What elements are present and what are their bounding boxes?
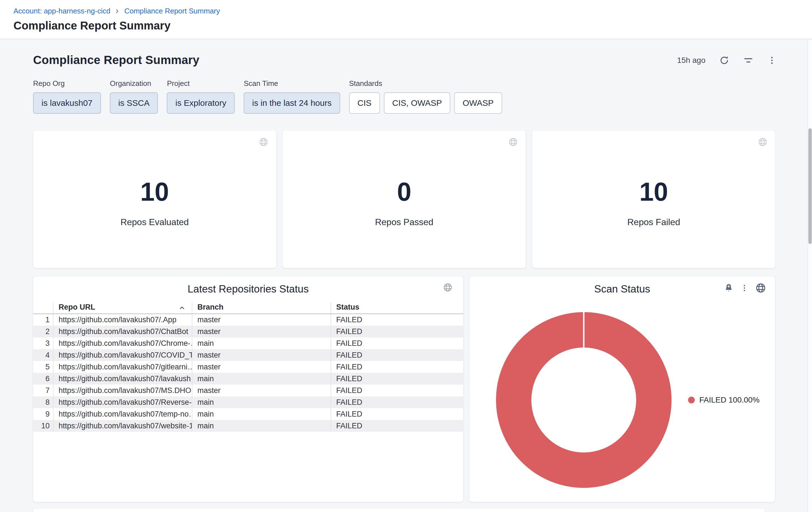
column-header-status[interactable]: Status bbox=[331, 303, 463, 314]
filter-chip-scan-time[interactable]: is in the last 24 hours bbox=[244, 92, 340, 114]
tile-label: Repos Passed bbox=[375, 217, 433, 227]
globe-icon[interactable] bbox=[259, 137, 268, 147]
next-panel-partial bbox=[33, 509, 765, 512]
tile-repos-passed: 0 Repos Passed bbox=[283, 131, 526, 268]
filter-group-standards: Standards CIS CIS, OWASP OWASP bbox=[349, 79, 502, 114]
repo-url-cell: https://github.com/lavakush07/.App bbox=[53, 314, 192, 326]
row-number: 9 bbox=[33, 408, 53, 420]
scan-status-donut[interactable] bbox=[494, 310, 673, 490]
repo-url-cell: https://github.com/lavakush07/MS.DHO… bbox=[53, 384, 192, 396]
globe-icon[interactable] bbox=[758, 137, 767, 147]
row-number: 10 bbox=[33, 420, 53, 432]
row-number: 3 bbox=[33, 338, 53, 349]
repo-url-cell: https://github.com/lavakush07/Reverse-… bbox=[53, 396, 192, 408]
bell-plus-icon[interactable] bbox=[724, 283, 733, 293]
row-number: 7 bbox=[33, 384, 53, 396]
legend-item-failed[interactable]: FAILED 100.00% bbox=[688, 396, 760, 404]
repo-url-cell: https://github.com/lavakush07/Chrome-… bbox=[53, 338, 192, 349]
scan-card-actions bbox=[724, 283, 766, 293]
branch-cell: main bbox=[192, 373, 331, 384]
table-row: 10https://github.com/lavakush07/website-… bbox=[33, 420, 463, 432]
column-header-label: Repo URL bbox=[59, 303, 95, 311]
globe-icon[interactable] bbox=[755, 283, 766, 293]
globe-icon[interactable] bbox=[443, 283, 453, 292]
branch-cell: master bbox=[192, 384, 331, 396]
branch-cell: main bbox=[192, 396, 331, 408]
filter-label: Repo Org bbox=[33, 79, 101, 88]
scan-status-card: Scan Status FAILED 100.00% bbox=[469, 276, 775, 502]
filter-chip-standards-owasp[interactable]: OWASP bbox=[454, 92, 502, 114]
table-row: 9https://github.com/lavakush07/temp-no…m… bbox=[33, 408, 463, 420]
repo-url-cell: https://github.com/lavakush07/COVID_T… bbox=[53, 349, 192, 361]
filter-chip-repo-org[interactable]: is lavakush07 bbox=[33, 92, 101, 114]
table-row: 3https://github.com/lavakush07/Chrome-…m… bbox=[33, 338, 463, 349]
table-card-title: Latest Repositories Status bbox=[33, 283, 463, 295]
vertical-scrollbar-thumb[interactable] bbox=[808, 128, 812, 244]
vertical-scrollbar-track[interactable] bbox=[808, 40, 812, 512]
branch-cell: master bbox=[192, 314, 331, 326]
filter-chip-standards-cis[interactable]: CIS bbox=[349, 92, 380, 114]
branch-cell: master bbox=[192, 349, 331, 361]
tile-repos-failed: 10 Repos Failed bbox=[532, 131, 775, 268]
app-header: Account: app-harness-ng-cicd Compliance … bbox=[0, 0, 812, 39]
breadcrumb: Account: app-harness-ng-cicd Compliance … bbox=[13, 7, 812, 16]
refresh-icon[interactable] bbox=[719, 55, 730, 66]
filter-label: Standards bbox=[349, 79, 502, 88]
branch-cell: main bbox=[192, 408, 331, 420]
table-row: 8https://github.com/lavakush07/Reverse-…… bbox=[33, 396, 463, 408]
row-number-header bbox=[33, 303, 53, 314]
filter-bar: Repo Org is lavakush07 Organization is S… bbox=[33, 79, 502, 114]
table-row: 5https://github.com/lavakush07/gitlearni… bbox=[33, 361, 463, 373]
branch-cell: main bbox=[192, 338, 331, 349]
page-title: Compliance Report Summary bbox=[13, 19, 812, 32]
status-cell: FAILED bbox=[331, 373, 463, 384]
globe-icon[interactable] bbox=[508, 137, 518, 147]
breadcrumb-account-link[interactable]: Account: app-harness-ng-cicd bbox=[13, 7, 110, 16]
status-cell: FAILED bbox=[331, 408, 463, 420]
chevron-right-icon bbox=[114, 8, 120, 14]
tile-value: 10 bbox=[639, 179, 668, 205]
column-header-label: Branch bbox=[197, 303, 224, 311]
tile-repos-evaluated: 10 Repos Evaluated bbox=[33, 131, 276, 268]
dashboard-header-actions: 15h ago bbox=[677, 55, 777, 66]
table-row: 7https://github.com/lavakush07/MS.DHO…ma… bbox=[33, 384, 463, 396]
table-row: 2https://github.com/lavakush07/ChatBotma… bbox=[33, 326, 463, 338]
filter-group-repo-org: Repo Org is lavakush07 bbox=[33, 79, 101, 114]
filter-chip-standards-cis-owasp[interactable]: CIS, OWASP bbox=[384, 92, 450, 114]
kpi-tiles: 10 Repos Evaluated 0 Repos Passed 10 Rep… bbox=[33, 131, 775, 268]
filter-lines-icon[interactable] bbox=[743, 55, 754, 66]
status-cell: FAILED bbox=[331, 420, 463, 432]
kebab-menu-icon[interactable] bbox=[740, 284, 749, 292]
sort-ascending-icon bbox=[178, 304, 185, 312]
table-row: 1https://github.com/lavakush07/.Appmaste… bbox=[33, 314, 463, 326]
breadcrumb-current-link[interactable]: Compliance Report Summary bbox=[124, 7, 220, 16]
filter-label: Project bbox=[167, 79, 235, 88]
column-header-label: Status bbox=[336, 303, 359, 311]
status-cell: FAILED bbox=[331, 396, 463, 408]
table-row: 6https://github.com/lavakush07/lavakush…… bbox=[33, 373, 463, 384]
filter-group-scan-time: Scan Time is in the last 24 hours bbox=[244, 79, 340, 114]
filter-label: Organization bbox=[110, 79, 158, 88]
repo-url-cell: https://github.com/lavakush07/temp-no… bbox=[53, 408, 192, 420]
repo-url-cell: https://github.com/lavakush07/ChatBot bbox=[53, 326, 192, 338]
filter-chip-project[interactable]: is Exploratory bbox=[167, 92, 235, 114]
status-cell: FAILED bbox=[331, 314, 463, 326]
kebab-menu-icon[interactable] bbox=[767, 56, 777, 65]
legend-label: FAILED 100.00% bbox=[699, 396, 760, 404]
row-number: 5 bbox=[33, 361, 53, 373]
row-number: 1 bbox=[33, 314, 53, 326]
status-cell: FAILED bbox=[331, 349, 463, 361]
row-number: 8 bbox=[33, 396, 53, 408]
legend-dot bbox=[688, 397, 695, 403]
branch-cell: master bbox=[192, 326, 331, 338]
repo-url-cell: https://github.com/lavakush07/lavakush… bbox=[53, 373, 192, 384]
repositories-table: Repo URL Branch Status 1https://github.c… bbox=[33, 303, 463, 432]
filter-chip-organization[interactable]: is SSCA bbox=[110, 92, 158, 114]
filter-group-project: Project is Exploratory bbox=[167, 79, 235, 114]
tile-label: Repos Evaluated bbox=[121, 217, 189, 227]
column-header-branch[interactable]: Branch bbox=[192, 303, 331, 314]
repo-url-cell: https://github.com/lavakush07/website-1 bbox=[53, 420, 192, 432]
column-header-repo-url[interactable]: Repo URL bbox=[53, 303, 192, 314]
status-cell: FAILED bbox=[331, 326, 463, 338]
filter-label: Scan Time bbox=[244, 79, 340, 88]
